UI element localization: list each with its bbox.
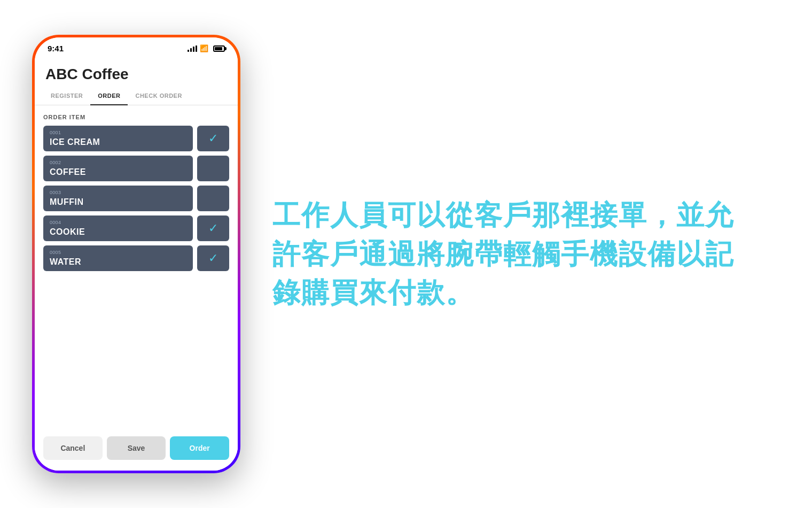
check-button-0002[interactable] (197, 156, 229, 181)
order-button[interactable]: Order (170, 436, 229, 460)
item-name: COOKIE (50, 227, 85, 237)
order-row: 0001ICE CREAM✓ (43, 126, 229, 151)
item-name: MUFFIN (50, 197, 83, 207)
tab-register[interactable]: REGISTER (43, 87, 90, 105)
phone-inner: 9:41 📶 ABC Coffee (35, 37, 238, 471)
order-row: 0002COFFEE (43, 156, 229, 181)
check-button-0001[interactable]: ✓ (197, 126, 229, 151)
order-section: ORDER ITEM 0001ICE CREAM✓0002COFFEE0003M… (35, 105, 238, 430)
check-button-0005[interactable]: ✓ (197, 245, 229, 271)
check-mark-icon: ✓ (208, 251, 218, 265)
battery-icon (213, 45, 225, 52)
status-time: 9:41 (48, 44, 64, 53)
text-panel: 工作人員可以從客戶那裡接單，並允許客戶通過將腕帶輕觸手機設備以記錄購買來付款。 (240, 174, 780, 334)
check-button-0003[interactable] (197, 186, 229, 211)
app-content: ABC Coffee REGISTER ORDER CHECK ORDER OR… (35, 57, 238, 471)
check-button-0004[interactable]: ✓ (197, 215, 229, 241)
item-name: COFFEE (50, 167, 86, 177)
order-row: 0003MUFFIN (43, 186, 229, 211)
phone-mockup: 9:41 📶 ABC Coffee (32, 35, 240, 473)
items-container: 0001ICE CREAM✓0002COFFEE0003MUFFIN0004CO… (43, 126, 229, 271)
page-container: 9:41 📶 ABC Coffee (0, 0, 812, 508)
bottom-buttons: Cancel Save Order (35, 430, 238, 471)
item-button-0004[interactable]: 0004COOKIE (43, 215, 193, 241)
item-button-0005[interactable]: 0005WATER (43, 245, 193, 271)
section-label: ORDER ITEM (43, 114, 229, 120)
app-title: ABC Coffee (35, 57, 238, 87)
order-row: 0004COOKIE✓ (43, 215, 229, 241)
cancel-button[interactable]: Cancel (43, 436, 103, 460)
item-button-0003[interactable]: 0003MUFFIN (43, 186, 193, 211)
description-text: 工作人員可以從客戶那裡接單，並允許客戶通過將腕帶輕觸手機設備以記錄購買來付款。 (272, 196, 748, 312)
save-button[interactable]: Save (107, 436, 166, 460)
check-mark-icon: ✓ (208, 132, 218, 145)
tab-check-order[interactable]: CHECK ORDER (128, 87, 189, 105)
item-number: 0001 (50, 130, 61, 135)
item-button-0002[interactable]: 0002COFFEE (43, 156, 193, 181)
signal-icon (188, 45, 197, 52)
item-number: 0003 (50, 190, 61, 195)
tabs-bar: REGISTER ORDER CHECK ORDER (35, 87, 238, 105)
wifi-icon: 📶 (200, 44, 208, 52)
check-mark-icon: ✓ (208, 221, 218, 235)
status-bar: 9:41 📶 (35, 37, 238, 57)
item-number: 0002 (50, 160, 61, 165)
item-name: ICE CREAM (50, 137, 100, 147)
item-button-0001[interactable]: 0001ICE CREAM (43, 126, 193, 151)
item-name: WATER (50, 257, 81, 267)
item-number: 0005 (50, 250, 61, 255)
item-number: 0004 (50, 220, 61, 225)
tab-order[interactable]: ORDER (90, 87, 128, 105)
status-icons: 📶 (188, 44, 225, 52)
order-row: 0005WATER✓ (43, 245, 229, 271)
